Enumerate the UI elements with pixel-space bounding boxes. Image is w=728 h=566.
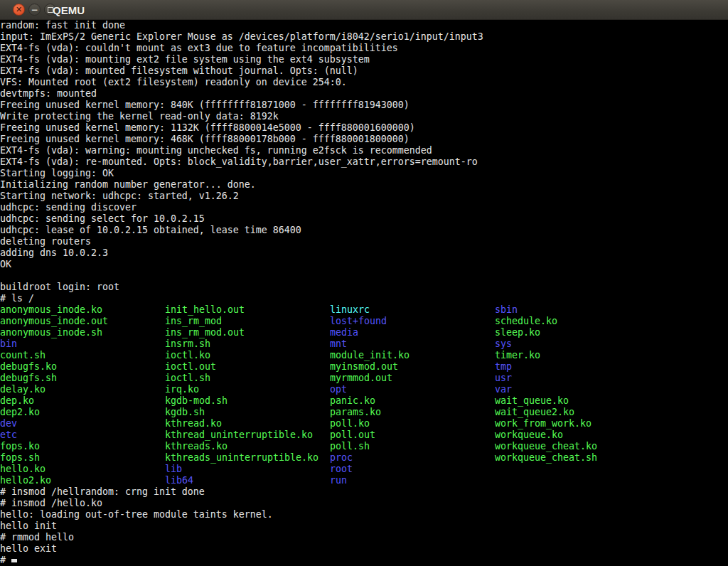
terminal-line: Starting logging: OK: [0, 168, 728, 179]
file-entry: hello.ko: [0, 464, 165, 475]
terminal-line: Write protecting the kernel read-only da…: [0, 111, 728, 122]
terminal-line: hello init: [0, 520, 728, 532]
close-button[interactable]: ✕: [13, 4, 25, 16]
file-entry: workqueue_cheat.ko: [495, 441, 660, 452]
minimize-button[interactable]: −: [28, 4, 41, 16]
file-entry: opt: [330, 384, 495, 395]
ls-row: devkthread.kopoll.kowork_from_work.ko: [0, 418, 728, 429]
ls-row: dep.kokgdb-mod.shpanic.kowait_queue.ko: [0, 395, 728, 407]
file-entry: kthread.ko: [165, 418, 330, 429]
file-entry: anonymous_inode.sh: [0, 327, 165, 338]
terminal-line: EXT4-fs (vda): warning: mounting uncheck…: [0, 145, 728, 156]
file-entry: lib64: [165, 475, 330, 486]
file-entry: fops.sh: [0, 452, 165, 464]
window-title: QEMU: [53, 0, 85, 20]
ls-row: debugfs.koioctl.outmyinsmod.outtmp: [0, 361, 728, 373]
file-entry: panic.ko: [330, 395, 495, 407]
terminal-line: # rmmod hello: [0, 532, 728, 543]
terminal-line: # ls /: [0, 293, 728, 304]
file-entry: kthreads_uninterruptible.ko: [165, 452, 330, 464]
terminal-line: input: ImExPS/2 Generic Explorer Mouse a…: [0, 31, 728, 43]
file-entry: hello2.ko: [0, 475, 165, 486]
file-entry: ioctl.out: [165, 361, 330, 373]
file-entry: poll.sh: [330, 441, 495, 452]
terminal-line: udhcpc: sending select for 10.0.2.15: [0, 213, 728, 225]
file-entry: sbin: [495, 304, 660, 316]
file-entry: kthread_uninterruptible.ko: [165, 429, 330, 441]
file-entry: poll.ko: [330, 418, 495, 429]
file-entry: myrmmod.out: [330, 373, 495, 384]
file-entry: fops.ko: [0, 441, 165, 452]
file-entry: module_init.ko: [330, 350, 495, 361]
terminal-line: EXT4-fs (vda): couldn't mount as ext3 du…: [0, 43, 728, 54]
ls-row: debugfs.shioctl.shmyrmmod.outusr: [0, 373, 728, 384]
file-entry: media: [330, 327, 495, 338]
terminal-line: Initializing random number generator... …: [0, 179, 728, 191]
titlebar: ✕ − QEMU: [0, 0, 728, 20]
terminal-line: OK: [0, 259, 728, 270]
file-entry: workqueue.ko: [495, 429, 660, 441]
prompt-line: #: [0, 555, 728, 566]
file-entry: schedule.ko: [495, 316, 660, 327]
minimize-icon: −: [31, 6, 38, 14]
terminal-line: hello: loading out-of-tree module taints…: [0, 509, 728, 520]
terminal-line: Freeing unused kernel memory: 468K (ffff…: [0, 134, 728, 145]
boot-log: random: fast init doneinput: ImExPS/2 Ge…: [0, 20, 728, 304]
file-entry: ioctl.sh: [165, 373, 330, 384]
ls-row: bininsrm.shmntsys: [0, 338, 728, 350]
terminal-line: Freeing unused kernel memory: 840K (ffff…: [0, 100, 728, 111]
ls-row: fops.kokthreads.kopoll.shworkqueue_cheat…: [0, 441, 728, 452]
file-entry: wait_queue.ko: [495, 395, 660, 407]
file-entry: timer.ko: [495, 350, 660, 361]
file-entry: wait_queue2.ko: [495, 407, 660, 418]
file-entry: root: [330, 464, 495, 475]
file-entry: tmp: [495, 361, 660, 373]
file-entry: workqueue_cheat.sh: [495, 452, 660, 464]
file-entry: lib: [165, 464, 330, 475]
ls-row: count.shioctl.komodule_init.kotimer.ko: [0, 350, 728, 361]
ls-row: delay.koirq.kooptvar: [0, 384, 728, 395]
file-entry: etc: [0, 429, 165, 441]
file-entry: debugfs.ko: [0, 361, 165, 373]
file-entry: insrm.sh: [165, 338, 330, 350]
file-entry: sleep.ko: [495, 327, 660, 338]
terminal-screen[interactable]: random: fast init doneinput: ImExPS/2 Ge…: [0, 20, 728, 566]
file-entry: dev: [0, 418, 165, 429]
shell-output: # insmod /hellrandom: crng init done# in…: [0, 486, 728, 555]
file-entry: dep2.ko: [0, 407, 165, 418]
file-entry: kgdb.sh: [165, 407, 330, 418]
terminal-line: [0, 270, 728, 282]
terminal-line: udhcpc: sending discover: [0, 202, 728, 213]
file-entry: ins_rm_mod: [165, 316, 330, 327]
file-entry: kthreads.ko: [165, 441, 330, 452]
ls-row: fops.shkthreads_uninterruptible.koprocwo…: [0, 452, 728, 464]
file-entry: irq.ko: [165, 384, 330, 395]
file-entry: lost+found: [330, 316, 495, 327]
file-entry: bin: [0, 338, 165, 350]
file-entry: kgdb-mod.sh: [165, 395, 330, 407]
ls-row: hello2.kolib64run: [0, 475, 728, 486]
file-entry: poll.out: [330, 429, 495, 441]
file-entry: ioctl.ko: [165, 350, 330, 361]
file-entry: init_hello.out: [165, 304, 330, 316]
qemu-window: ✕ − QEMU random: fast init doneinput: Im…: [0, 0, 728, 566]
file-entry: debugfs.sh: [0, 373, 165, 384]
file-entry: delay.ko: [0, 384, 165, 395]
terminal-line: Freeing unused kernel memory: 1132K (fff…: [0, 122, 728, 134]
file-entry: sys: [495, 338, 660, 350]
terminal-line: EXT4-fs (vda): re-mounted. Opts: block_v…: [0, 156, 728, 168]
terminal-line: VFS: Mounted root (ext2 filesystem) read…: [0, 77, 728, 88]
file-entry: mnt: [330, 338, 495, 350]
file-entry: dep.ko: [0, 395, 165, 407]
file-entry: ins_rm_mod.out: [165, 327, 330, 338]
terminal-line: buildroot login: root: [0, 282, 728, 293]
file-entry: anonymous_inode.ko: [0, 304, 165, 316]
ls-row: anonymous_inode.shins_rm_mod.outmediasle…: [0, 327, 728, 338]
terminal-line: Starting network: udhcpc: started, v1.26…: [0, 191, 728, 202]
ls-row: dep2.kokgdb.shparams.kowait_queue2.ko: [0, 407, 728, 418]
terminal-line: random: fast init done: [0, 20, 728, 31]
file-entry: count.sh: [0, 350, 165, 361]
terminal-line: devtmpfs: mounted: [0, 88, 728, 100]
terminal-line: EXT4-fs (vda): mounting ext2 file system…: [0, 54, 728, 65]
file-entry: myinsmod.out: [330, 361, 495, 373]
